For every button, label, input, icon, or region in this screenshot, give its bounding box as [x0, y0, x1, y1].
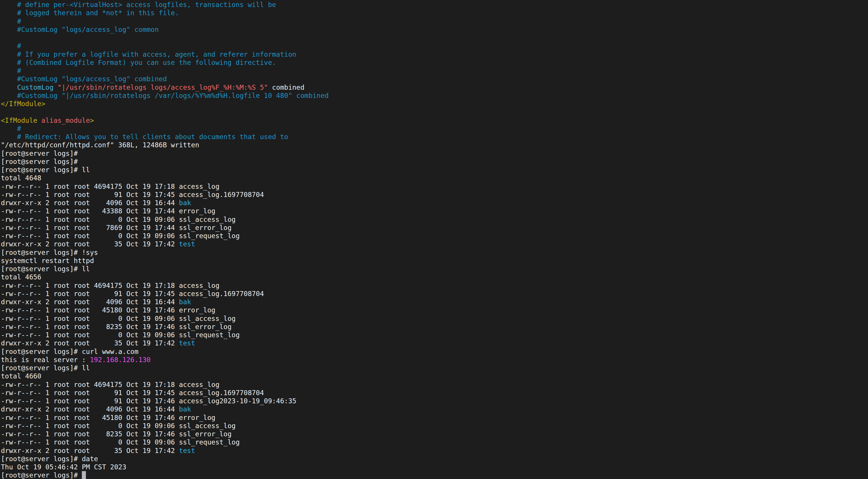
terminal-line: -rw-r--r-- 1 root root 4694175 Oct 19 17… — [1, 282, 868, 290]
terminal-line: <IfModule alias_module> — [1, 116, 868, 125]
terminal-text-segment — [54, 84, 58, 91]
terminal-line: -rw-r--r-- 1 root root 45180 Oct 19 17:4… — [1, 306, 868, 314]
terminal-text-segment: # — [1, 67, 21, 74]
terminal-text-segment: drwxr-xr-x 2 root root 4096 Oct 19 16:44 — [1, 405, 179, 413]
terminal-text-segment — [1, 84, 17, 91]
terminal-text-segment: [root@server logs]# !sys — [1, 249, 98, 256]
terminal-text-segment: -rw-r--r-- 1 root root 0 Oct 19 09:06 ss… — [1, 315, 236, 322]
terminal-text-segment: -rw-r--r-- 1 root root 91 Oct 19 17:45 a… — [1, 191, 264, 198]
terminal-line: drwxr-xr-x 2 root root 4096 Oct 19 16:44… — [1, 405, 868, 413]
terminal-line: # (Combined Logfile Format) you can use … — [1, 59, 868, 67]
terminal-line: -rw-r--r-- 1 root root 0 Oct 19 09:06 ss… — [1, 215, 868, 224]
terminal-text-segment: -rw-r--r-- 1 root root 43388 Oct 19 17:4… — [1, 207, 215, 215]
terminal-screen[interactable]: # define per-<VirtualHost> access logfil… — [0, 0, 868, 479]
terminal-line: drwxr-xr-x 2 root root 4096 Oct 19 16:44… — [1, 199, 868, 207]
terminal-line: -rw-r--r-- 1 root root 4694175 Oct 19 17… — [1, 182, 868, 191]
terminal-text-segment: drwxr-xr-x 2 root root 4096 Oct 19 16:44 — [1, 298, 179, 306]
terminal-line: # — [1, 17, 868, 25]
terminal-line: </IfModule> — [1, 100, 868, 108]
terminal-line: #CustomLog "logs/access_log" common — [1, 25, 868, 34]
terminal-line: [root@server logs]# — [1, 149, 868, 158]
terminal-text-segment: bak — [179, 298, 191, 306]
terminal-line: # — [1, 42, 868, 50]
terminal-text-segment: -rw-r--r-- 1 root root 7869 Oct 19 17:44… — [1, 224, 231, 231]
terminal-line: # Redirect: Allows you to tell clients a… — [1, 133, 868, 141]
terminal-text-segment: # logged therein and *not* in this file. — [1, 9, 179, 17]
terminal-line: [root@server logs]# ll — [1, 265, 868, 273]
terminal-text-segment: [root@server logs]# — [1, 158, 78, 165]
terminal-text-segment: test — [179, 447, 195, 454]
terminal-line: -rw-r--r-- 1 root root 8235 Oct 19 17:46… — [1, 430, 868, 438]
terminal-line: -rw-r--r-- 1 root root 4694175 Oct 19 17… — [1, 381, 868, 389]
terminal-line: systemctl restart httpd — [1, 257, 868, 265]
terminal-line: [root@server logs]# !sys — [1, 248, 868, 257]
terminal-text-segment: drwxr-xr-x 2 root root 35 Oct 19 17:42 — [1, 339, 179, 347]
terminal-line: # define per-<VirtualHost> access logfil… — [1, 1, 868, 9]
terminal-text-segment: bak — [179, 405, 191, 413]
terminal-text-segment: # (Combined Logfile Format) you can use … — [1, 59, 276, 66]
terminal-line: total 4656 — [1, 273, 868, 281]
terminal-text-segment: -rw-r--r-- 1 root root 91 Oct 19 17:45 a… — [1, 290, 264, 297]
terminal-line: # If you prefer a logfile with access, a… — [1, 50, 868, 59]
terminal-text-segment: [root@server logs]# date — [1, 455, 98, 462]
terminal-line: -rw-r--r-- 1 root root 43388 Oct 19 17:4… — [1, 207, 868, 215]
terminal-line: [root@server logs]# date — [1, 455, 868, 463]
terminal-line: -rw-r--r-- 1 root root 7869 Oct 19 17:44… — [1, 224, 868, 232]
terminal-text-segment: # If you prefer a logfile with access, a… — [1, 51, 296, 58]
terminal-text-segment: -rw-r--r-- 1 root root 91 Oct 19 17:46 a… — [1, 397, 296, 405]
terminal-text-segment: -rw-r--r-- 1 root root 45180 Oct 19 17:4… — [1, 306, 215, 314]
terminal-line: total 4648 — [1, 174, 868, 182]
terminal-text-segment: </IfModule> — [1, 100, 45, 107]
terminal-text-segment: this is real server : — [1, 356, 90, 363]
terminal-text-segment: # — [1, 18, 21, 25]
terminal-text-segment: [root@server logs]# — [1, 150, 78, 157]
terminal-text-segment: "/etc/httpd/conf/httpd.conf" 368L, 12486… — [1, 141, 199, 149]
terminal-text-segment: total 4648 — [1, 174, 41, 182]
terminal-text-segment: -rw-r--r-- 1 root root 0 Oct 19 09:06 ss… — [1, 216, 236, 223]
terminal-text-segment: -rw-r--r-- 1 root root 4694175 Oct 19 17… — [1, 183, 219, 190]
terminal-text-segment: [root@server logs]# — [1, 471, 82, 479]
terminal-line: "/etc/httpd/conf/httpd.conf" 368L, 12486… — [1, 141, 868, 149]
terminal-text-segment: #CustomLog "|/usr/sbin/rotatelogs /var/l… — [1, 92, 329, 99]
terminal-line: -rw-r--r-- 1 root root 8235 Oct 19 17:46… — [1, 323, 868, 331]
terminal-text-segment: -rw-r--r-- 1 root root 0 Oct 19 09:06 ss… — [1, 232, 240, 240]
terminal-text-segment: Thu Oct 19 05:46:42 PM CST 2023 — [1, 463, 126, 471]
terminal-line: total 4660 — [1, 372, 868, 380]
terminal-text-segment: -rw-r--r-- 1 root root 4694175 Oct 19 17… — [1, 282, 219, 289]
terminal-text-segment: test — [179, 240, 195, 248]
terminal-line: # logged therein and *not* in this file. — [1, 9, 868, 17]
terminal-text-segment: combined — [268, 84, 305, 91]
terminal-text-segment: -rw-r--r-- 1 root root 4694175 Oct 19 17… — [1, 381, 219, 388]
terminal-text-segment: # define per-<VirtualHost> access logfil… — [1, 1, 276, 8]
terminal-line: -rw-r--r-- 1 root root 91 Oct 19 17:46 a… — [1, 397, 868, 405]
terminal-line: -rw-r--r-- 1 root root 0 Oct 19 09:06 ss… — [1, 232, 868, 240]
terminal-output: # define per-<VirtualHost> access logfil… — [1, 1, 868, 479]
terminal-line: -rw-r--r-- 1 root root 0 Oct 19 09:06 ss… — [1, 315, 868, 323]
terminal-text-segment: total 4660 — [1, 372, 41, 380]
terminal-text-segment: <IfModule — [1, 117, 37, 124]
terminal-text-segment: -rw-r--r-- 1 root root 0 Oct 19 09:06 ss… — [1, 438, 240, 446]
terminal-text-segment: drwxr-xr-x 2 root root 4096 Oct 19 16:44 — [1, 199, 179, 206]
terminal-text-segment: drwxr-xr-x 2 root root 35 Oct 19 17:42 — [1, 447, 179, 454]
terminal-line: this is real server : 192.168.126.130 — [1, 356, 868, 364]
terminal-line: -rw-r--r-- 1 root root 0 Oct 19 09:06 ss… — [1, 438, 868, 446]
terminal-text-segment: test — [179, 339, 195, 347]
terminal-line — [1, 34, 868, 42]
terminal-text-segment: [root@server logs]# ll — [1, 166, 90, 173]
terminal-line: #CustomLog "|/usr/sbin/rotatelogs /var/l… — [1, 92, 868, 100]
terminal-text-segment: bak — [179, 199, 191, 206]
terminal-line: drwxr-xr-x 2 root root 35 Oct 19 17:42 t… — [1, 240, 868, 248]
terminal-text-segment: [root@server logs]# ll — [1, 265, 90, 273]
terminal-line — [1, 108, 868, 116]
terminal-text-segment: #CustomLog "logs/access_log" common — [1, 26, 159, 33]
terminal-text-segment: -rw-r--r-- 1 root root 0 Oct 19 09:06 ss… — [1, 331, 240, 339]
terminal-line: -rw-r--r-- 1 root root 0 Oct 19 09:06 ss… — [1, 422, 868, 430]
terminal-text-segment: systemctl restart httpd — [1, 257, 94, 264]
terminal-text-segment: total 4656 — [1, 273, 41, 281]
terminal-text-segment: "|/usr/sbin/rotatelogs logs/access_log%F… — [58, 84, 268, 91]
terminal-text-segment: -rw-r--r-- 1 root root 91 Oct 19 17:45 a… — [1, 389, 264, 396]
terminal-text-segment: CustomLog — [17, 84, 54, 91]
terminal-line: drwxr-xr-x 2 root root 35 Oct 19 17:42 t… — [1, 447, 868, 455]
terminal-cursor — [82, 471, 86, 479]
terminal-text-segment: # — [1, 42, 21, 50]
